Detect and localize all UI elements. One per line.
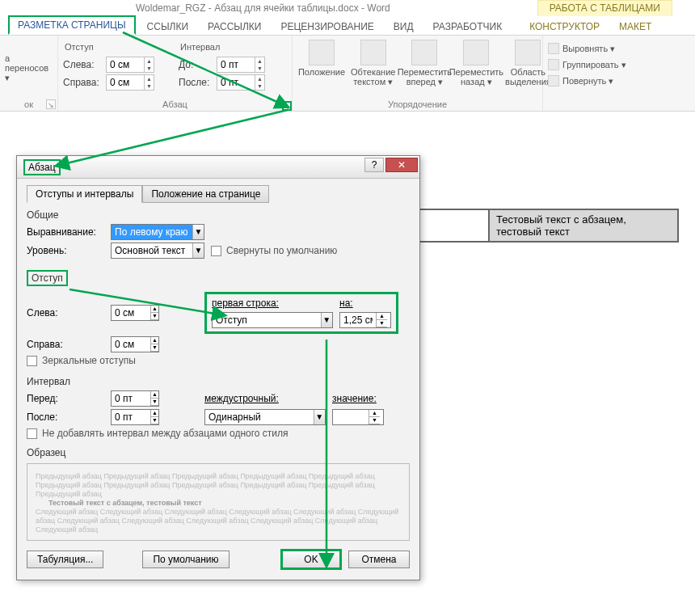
section-spacing: Интервал: [27, 376, 410, 387]
mirror-indents-checkbox[interactable]: Зеркальные отступы: [27, 355, 136, 366]
hyphenation-button[interactable]: а переносов ▾: [5, 38, 53, 83]
indent-left-label: Слева:: [63, 59, 103, 70]
dialog-title: Абзац: [23, 159, 61, 175]
no-add-space-checkbox[interactable]: Не добавлять интервал между абзацами одн…: [27, 428, 289, 439]
dlg-left-spinner[interactable]: ▲▼: [111, 305, 159, 321]
spacing-before-spinner[interactable]: ▲▼: [217, 57, 265, 73]
tab-view[interactable]: ВИД: [385, 19, 422, 35]
align-button[interactable]: Выровнять ▾: [548, 40, 626, 57]
spacing-header: Интервал: [179, 42, 292, 52]
tab-table-design[interactable]: КОНСТРУКТОР: [521, 19, 608, 35]
dlg-after-label: После:: [27, 411, 57, 423]
tab-mailings[interactable]: РАССЫЛКИ: [200, 19, 269, 35]
first-line-group: первая строка: ▼ на: ▲▼: [204, 292, 398, 334]
ruler[interactable]: [226, 112, 695, 124]
dlg-left-label: Слева:: [27, 307, 58, 319]
value-spinner[interactable]: ▲▼: [332, 409, 384, 425]
cancel-button[interactable]: Отмена: [348, 551, 410, 568]
contextual-group-title: РАБОТА С ТАБЛИЦАМИ: [537, 0, 672, 16]
spacing-after-spinner[interactable]: ▲▼: [217, 74, 265, 91]
tab-references[interactable]: ССЫЛКИ: [139, 19, 196, 35]
alignment-label: Выравнивание:: [27, 226, 96, 238]
level-select[interactable]: ▼: [111, 243, 204, 259]
spacing-before-label: До:: [179, 59, 214, 70]
dialog-close-button[interactable]: ✕: [385, 158, 418, 172]
dialog-help-button[interactable]: ?: [364, 158, 384, 172]
default-button[interactable]: По умолчанию: [142, 551, 229, 568]
indent-right-spinner[interactable]: ▲▼: [106, 74, 154, 91]
line-spacing-select[interactable]: ▼: [204, 409, 326, 425]
dlg-before-spinner[interactable]: ▲▼: [111, 390, 159, 407]
spacing-after-label: После:: [179, 77, 214, 88]
group-title-arrange: Упорядочение: [293, 98, 542, 109]
group-arrange-big: Положение Обтекание текстом ▾ Переместит…: [293, 36, 543, 111]
table-cell-2[interactable]: Тестовый текст с абзацем, тестовый текст: [489, 209, 678, 242]
alignment-select[interactable]: ▼: [111, 224, 204, 240]
window-title: Woldemar_RGZ - Абзац для ячейки таблицы.…: [136, 2, 390, 14]
group-title-paragraph: Абзац: [63, 98, 287, 109]
dlg-right-label: Справа:: [27, 339, 63, 350]
indent-header: Отступ: [63, 42, 176, 52]
paragraph-launcher[interactable]: ↘: [282, 101, 292, 111]
dialog-tabs: Отступы и интервалы Положение на страниц…: [27, 185, 410, 203]
indent-right-label: Справа:: [63, 77, 103, 88]
dlg-tab-indent[interactable]: Отступы и интервалы: [27, 185, 142, 203]
tab-page-layout[interactable]: РАЗМЕТКА СТРАНИЦЫ: [8, 15, 136, 35]
tab-review[interactable]: РЕЦЕНЗИРОВАНИЕ: [272, 19, 381, 35]
group-paragraph: Отступ Интервал Слева: ▲▼ До: ▲▼ Справа:…: [58, 36, 293, 111]
tab-developer[interactable]: РАЗРАБОТЧИК: [425, 19, 511, 35]
dlg-tab-position[interactable]: Положение на странице: [142, 185, 269, 203]
indent-left-spinner[interactable]: ▲▼: [106, 57, 154, 73]
value-label: значение:: [332, 393, 384, 404]
first-line-label: первая строка:: [212, 297, 333, 309]
paragraph-dialog: Абзац ? ✕ Отступы и интервалы Положение …: [16, 155, 420, 580]
dlg-after-spinner[interactable]: ▲▼: [111, 409, 159, 425]
rotate-button[interactable]: Повернуть ▾: [548, 73, 626, 89]
section-preview: Образец: [27, 447, 410, 458]
group-page-setup-partial: а переносов ▾ ок ↘: [0, 36, 58, 111]
preview-box: Предыдущий абзац Предыдущий абзац Предыд…: [27, 463, 410, 541]
group-obj-button[interactable]: Группировать ▾: [548, 57, 626, 73]
dlg-before-label: Перед:: [27, 393, 58, 404]
ok-button[interactable]: OK: [280, 549, 342, 570]
section-indent: Отступ: [27, 270, 68, 286]
line-spacing-label: междустрочный:: [204, 393, 326, 404]
ribbon: а переносов ▾ ок ↘ Отступ Интервал Слева…: [0, 36, 695, 112]
page-setup-launcher[interactable]: ↘: [46, 99, 56, 109]
collapsed-checkbox[interactable]: Свернуты по умолчанию: [211, 245, 337, 256]
first-line-select[interactable]: ▼: [212, 312, 333, 328]
tab-table-layout[interactable]: МАКЕТ: [611, 19, 659, 35]
dialog-titlebar[interactable]: Абзац ? ✕: [17, 156, 419, 179]
tabs-button[interactable]: Табуляция...: [27, 551, 103, 568]
by-spinner[interactable]: ▲▼: [339, 312, 391, 328]
ribbon-tabs: РАЗМЕТКА СТРАНИЦЫ ССЫЛКИ РАССЫЛКИ РЕЦЕНЗ…: [0, 18, 695, 36]
level-label: Уровень:: [27, 245, 67, 256]
by-label: на:: [339, 297, 391, 309]
section-general: Общие: [27, 209, 410, 221]
dlg-right-spinner[interactable]: ▲▼: [111, 336, 159, 352]
group-arrange-small: Выровнять ▾ Группировать ▾ Повернуть ▾: [543, 36, 631, 111]
